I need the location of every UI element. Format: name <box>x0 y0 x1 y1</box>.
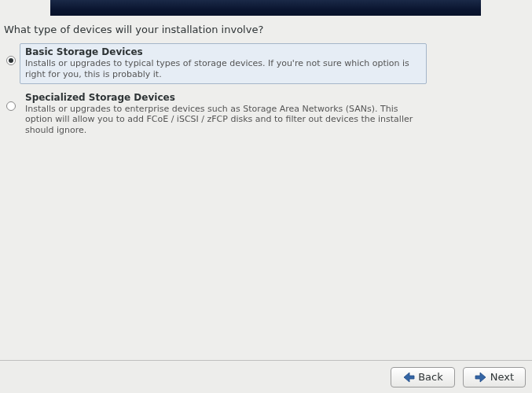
question-label: What type of devices will your installat… <box>2 24 530 35</box>
option-specialized-title: Specialized Storage Devices <box>25 92 421 103</box>
option-basic-desc: Installs or upgrades to typical types of… <box>25 58 421 80</box>
arrow-left-icon <box>402 372 415 383</box>
radio-basic[interactable] <box>6 56 16 65</box>
footer-bar: Back Next <box>0 360 532 393</box>
radio-col-specialized <box>2 89 20 111</box>
option-specialized-row: Specialized Storage Devices Installs or … <box>2 89 530 140</box>
option-specialized-desc: Installs or upgrades to enterprise devic… <box>25 104 421 136</box>
main-content: What type of devices will your installat… <box>2 24 530 145</box>
radio-col-basic <box>2 43 20 65</box>
back-button-label: Back <box>418 371 443 383</box>
option-basic-row: Basic Storage Devices Installs or upgrad… <box>2 43 530 84</box>
next-button-label: Next <box>490 371 514 383</box>
back-button[interactable]: Back <box>391 367 455 387</box>
option-basic-title: Basic Storage Devices <box>25 46 421 57</box>
option-basic[interactable]: Basic Storage Devices Installs or upgrad… <box>20 43 427 84</box>
option-specialized[interactable]: Specialized Storage Devices Installs or … <box>20 89 427 140</box>
radio-specialized[interactable] <box>6 101 16 111</box>
header-banner <box>50 0 481 16</box>
next-button[interactable]: Next <box>463 367 526 387</box>
arrow-right-icon <box>475 372 487 383</box>
